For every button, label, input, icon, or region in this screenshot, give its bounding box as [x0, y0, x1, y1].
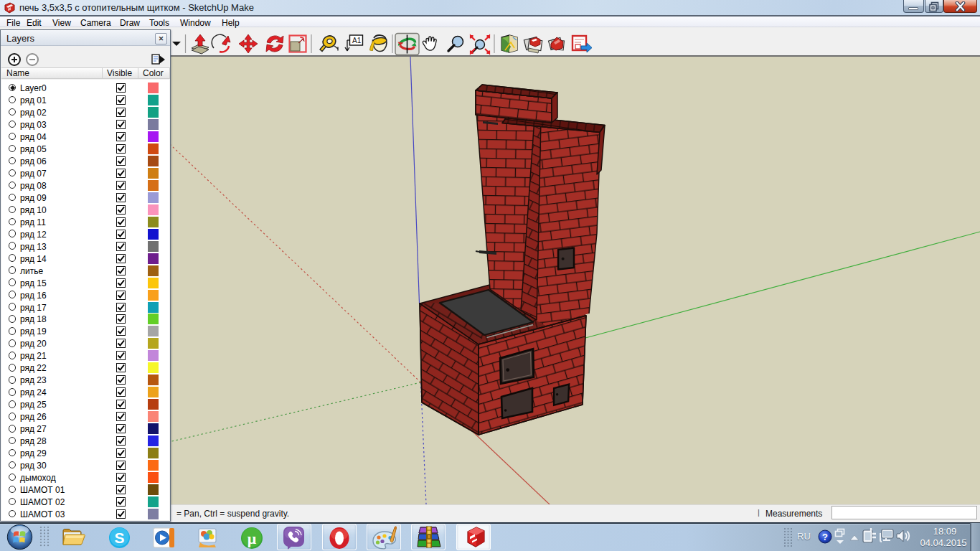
svg-text:A1: A1: [352, 37, 362, 44]
svg-text:S: S: [114, 529, 124, 546]
svg-text:?: ?: [822, 532, 828, 542]
svg-text:μ: μ: [248, 529, 257, 547]
